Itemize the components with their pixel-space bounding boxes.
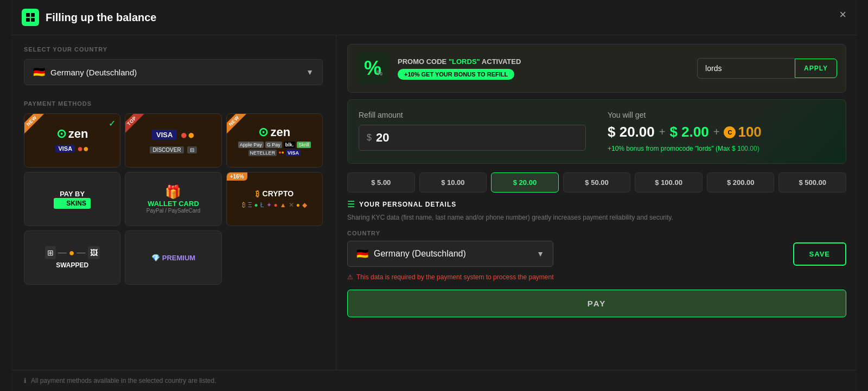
country-name-right: Germany (Deutschland) bbox=[374, 249, 531, 259]
modal-title: Filling up the balance bbox=[46, 11, 156, 24]
right-panel: % % PROMO CODE "LORDS" ACTIVATED +10% GE… bbox=[336, 35, 857, 370]
app-icon bbox=[22, 9, 39, 26]
payment-method-pay-by-skins[interactable]: PAY BY ▶ SKINS bbox=[24, 172, 120, 226]
refill-input-wrap: $ bbox=[359, 125, 586, 151]
payment-method-visa-mc[interactable]: TOP VISA ●● DISCOVER ⊟ bbox=[125, 113, 221, 168]
svg-rect-2 bbox=[26, 18, 30, 22]
country-select[interactable]: 🇩🇪 Germany (Deutschland) ▼ bbox=[24, 59, 323, 85]
svg-rect-3 bbox=[31, 18, 35, 22]
crypto-icons: ₿ Ξ ● Ł ✦ ● ▲ ✕ ● ◆ bbox=[242, 201, 307, 209]
amount-display: $ 20.00 + $ 2.00 + C 100 bbox=[608, 124, 835, 140]
refill-right: You will get $ 20.00 + $ 2.00 + C 100 +1… bbox=[608, 111, 835, 152]
promo-note: +10% bonus from promocode "lords" (Max $… bbox=[608, 145, 835, 152]
refill-amount-input[interactable] bbox=[376, 131, 578, 145]
zen-logo: ⊙zen bbox=[56, 127, 88, 141]
pay-button[interactable]: PAY bbox=[347, 290, 846, 317]
country-name-left: Germany (Deutschland) bbox=[50, 68, 301, 77]
country-row-right: 🇩🇪 Germany (Deutschland) ▼ SAVE bbox=[347, 241, 846, 267]
zen-visa-logos: VISA ●● bbox=[55, 143, 88, 155]
country-flag-right: 🇩🇪 bbox=[356, 248, 368, 260]
swapped-label: SWAPPED bbox=[56, 261, 88, 269]
country-select-wrapper: 🇩🇪 Germany (Deutschland) ▼ bbox=[24, 59, 323, 85]
personal-header: ☰ YOUR PERSONAL DETAILS bbox=[347, 199, 846, 209]
selected-checkmark: ✓ bbox=[108, 118, 116, 129]
promo-apply-button[interactable]: APPLY bbox=[795, 59, 837, 78]
personal-details-section: ☰ YOUR PERSONAL DETAILS Sharing KYC data… bbox=[347, 199, 846, 281]
amount-btn-100[interactable]: $ 100.00 bbox=[635, 172, 703, 193]
modal-header: Filling up the balance × bbox=[11, 0, 857, 35]
promo-input-area: APPLY bbox=[697, 58, 837, 79]
plus-icon-1: + bbox=[659, 126, 666, 138]
amount-bonus: $ 2.00 bbox=[669, 124, 709, 140]
warning-icon: ⚠ bbox=[347, 273, 353, 281]
promo-bonus-pill: +10% GET YOUR BONUS TO REFILL bbox=[398, 69, 514, 80]
amount-btn-5[interactable]: $ 5.00 bbox=[347, 172, 415, 193]
promo-code-input[interactable] bbox=[697, 58, 795, 79]
crypto-badge: +16% bbox=[227, 172, 247, 181]
close-button[interactable]: × bbox=[839, 9, 846, 21]
warning-text: ⚠ This data is required by the payment s… bbox=[347, 273, 846, 281]
personal-details-icon: ☰ bbox=[347, 199, 355, 209]
payment-method-zen-multi[interactable]: NEW ⊙zen Apple Pay G Pay blk. Skrill NET… bbox=[226, 113, 323, 168]
refill-row: Refill amount $ You will get $ 20.00 + $… bbox=[359, 111, 835, 152]
personal-desc: Sharing KYC data (first name, last name … bbox=[347, 213, 846, 222]
refill-label: Refill amount bbox=[359, 111, 586, 119]
country-flag: 🇩🇪 bbox=[33, 66, 45, 78]
coin-icon: C bbox=[724, 126, 736, 138]
country-section-label: SELECT YOUR COUNTRY bbox=[24, 46, 323, 53]
payment-method-crypto[interactable]: +16% ₿ CRYPTO ₿ Ξ ● Ł ✦ ● ▲ ✕ ● ◆ bbox=[226, 172, 323, 226]
svg-rect-1 bbox=[31, 13, 35, 17]
you-will-get-label: You will get bbox=[608, 111, 835, 119]
info-icon: ℹ bbox=[24, 377, 27, 384]
crypto-label: ₿ CRYPTO bbox=[256, 189, 294, 198]
amount-btn-500[interactable]: $ 500.00 bbox=[778, 172, 846, 193]
modal: Filling up the balance × SELECT YOUR COU… bbox=[11, 0, 857, 391]
payment-method-premium[interactable]: 💎 PREMIUM bbox=[125, 230, 221, 285]
amount-btn-50[interactable]: $ 50.00 bbox=[563, 172, 631, 193]
country-select-right[interactable]: 🇩🇪 Germany (Deutschland) ▼ bbox=[347, 241, 553, 267]
refill-left: Refill amount $ bbox=[359, 111, 586, 151]
modal-body: SELECT YOUR COUNTRY 🇩🇪 Germany (Deutschl… bbox=[11, 35, 857, 370]
amount-btn-20[interactable]: $ 20.00 bbox=[491, 172, 559, 193]
chevron-down-icon: ▼ bbox=[306, 68, 314, 76]
swapped-icons: ⊞ — ● — 🖼 bbox=[45, 246, 100, 259]
payment-method-wallet-card[interactable]: 🎁 WALLET CARD PayPal / PaySafeCard bbox=[125, 172, 221, 226]
wallet-card-logo: 🎁 WALLET CARD PayPal / PaySafeCard bbox=[146, 184, 201, 214]
promo-text: PROMO CODE "LORDS" ACTIVATED +10% GET YO… bbox=[398, 57, 688, 80]
promo-title: PROMO CODE "LORDS" ACTIVATED bbox=[398, 57, 688, 66]
payment-methods-label: PAYMENT METHODS bbox=[24, 100, 323, 107]
dollar-icon: $ bbox=[367, 133, 372, 143]
payment-method-zen-visa[interactable]: NEW ✓ ⊙zen VISA ●● bbox=[24, 113, 120, 168]
amount-buttons: $ 5.00 $ 10.00 $ 20.00 $ 50.00 $ 100.00 … bbox=[347, 172, 846, 193]
chevron-down-icon-right: ▼ bbox=[537, 249, 544, 258]
amount-coins: C 100 bbox=[724, 124, 761, 140]
amount-btn-200[interactable]: $ 200.00 bbox=[707, 172, 775, 193]
personal-title: YOUR PERSONAL DETAILS bbox=[359, 201, 456, 208]
payment-method-swapped[interactable]: ⊞ — ● — 🖼 SWAPPED bbox=[24, 230, 120, 285]
pay-by-skins-logo: PAY BY ▶ SKINS bbox=[54, 190, 91, 209]
left-panel: SELECT YOUR COUNTRY 🇩🇪 Germany (Deutschl… bbox=[11, 35, 336, 370]
svg-rect-0 bbox=[26, 13, 30, 17]
amount-btn-10[interactable]: $ 10.00 bbox=[419, 172, 487, 193]
promo-banner: % % PROMO CODE "LORDS" ACTIVATED +10% GE… bbox=[347, 44, 846, 93]
country-label-right: COUNTRY bbox=[347, 230, 846, 236]
save-button[interactable]: SAVE bbox=[793, 242, 846, 266]
promo-icon: % % bbox=[356, 52, 389, 85]
amount-main: $ 20.00 bbox=[608, 124, 655, 140]
footer-note: ℹ All payment methods available in the s… bbox=[11, 370, 857, 391]
zen-multi-logo: ⊙zen bbox=[258, 125, 290, 139]
payment-grid: NEW ✓ ⊙zen VISA ●● TOP VISA ●● bbox=[24, 113, 323, 285]
premium-label: 💎 PREMIUM bbox=[151, 254, 195, 262]
refill-section: Refill amount $ You will get $ 20.00 + $… bbox=[347, 99, 846, 164]
plus-icon-2: + bbox=[713, 126, 720, 138]
